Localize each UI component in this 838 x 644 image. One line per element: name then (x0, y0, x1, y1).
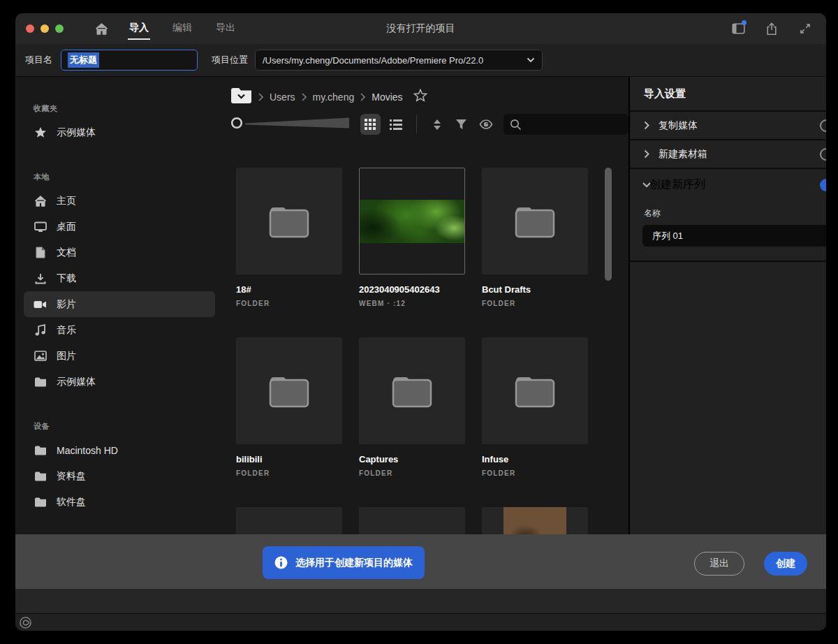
sequence-name-value: 序列 01 (652, 230, 683, 242)
favorite-star-icon[interactable] (413, 89, 427, 105)
vertical-scrollbar[interactable] (605, 168, 612, 281)
folder-icon (34, 376, 47, 387)
project-name-label: 项目名 (25, 54, 52, 66)
sidebar-item-downloads[interactable]: 下载 (24, 265, 215, 291)
photo-thumbnail (503, 507, 566, 534)
new-sequence-toggle[interactable] (820, 179, 826, 191)
eye-icon (479, 119, 493, 129)
sidebar-item-music[interactable]: 音乐 (24, 317, 215, 343)
tab-import[interactable]: 导入 (129, 19, 149, 38)
copy-media-toggle[interactable] (820, 119, 826, 132)
sidebar-item-movies[interactable]: 影片 (24, 291, 215, 317)
desktop-icon (34, 221, 47, 233)
project-name-input[interactable]: 无标题 (61, 50, 198, 71)
section-label: 新建素材箱 (659, 148, 707, 161)
breadcrumb-movies[interactable]: Movies (372, 92, 402, 103)
sidebar-item-label: 示例媒体 (57, 126, 96, 139)
sidebar-item-pictures[interactable]: 图片 (24, 343, 215, 369)
preview-eye-button[interactable] (477, 115, 494, 133)
sidebar-item-home[interactable]: 主页 (24, 188, 215, 214)
home-icon (34, 196, 47, 207)
section-label: 创建新序列 (649, 177, 705, 192)
media-item-folder[interactable]: Captures FOLDER (359, 337, 465, 479)
section-copy-media[interactable]: 复制媒体 (630, 112, 826, 140)
create-button[interactable]: 创建 (764, 552, 807, 576)
sequence-name-label: 名称 (644, 207, 826, 219)
section-new-bin[interactable]: 新建素材箱 (630, 140, 826, 169)
sidebar-item-macintosh-hd[interactable]: Macintosh HD (24, 437, 215, 463)
folder-icon (390, 372, 434, 410)
breadcrumb-users[interactable]: Users (270, 92, 295, 103)
project-location-label: 项目位置 (212, 54, 248, 66)
media-item-folder[interactable]: Bcut Drafts FOLDER (482, 168, 588, 309)
footer-bar: 选择用于创建新项目的媒体 退出 创建 (15, 534, 826, 589)
sidebar-item-data-disk[interactable]: 资料盘 (24, 463, 215, 489)
filter-button[interactable] (453, 115, 470, 133)
media-item-folder[interactable] (359, 507, 465, 534)
new-bin-toggle[interactable] (820, 148, 826, 161)
chevron-right-icon (302, 93, 307, 101)
sidebar-item-sample-media-favorite[interactable]: 示例媒体 (24, 119, 215, 145)
folder-icon (513, 203, 557, 240)
sidebar-item-label: Macintosh HD (57, 445, 118, 456)
tab-edit[interactable]: 编辑 (172, 19, 192, 38)
exit-button[interactable]: 退出 (694, 552, 744, 576)
media-item-type: FOLDER (482, 469, 588, 477)
sequence-name-input[interactable]: 序列 01 (642, 225, 826, 247)
sort-icon (432, 119, 443, 131)
tab-import-label: 导入 (129, 22, 149, 33)
media-item-name: 2023040905402643 (359, 284, 465, 295)
sidebar-item-software-disk[interactable]: 软件盘 (24, 489, 215, 515)
media-item-video[interactable]: 2023040905402643 WEBM · :12 (359, 168, 465, 309)
traffic-lights (26, 24, 64, 33)
media-item-type: WEBM · :12 (359, 300, 465, 307)
video-camera-icon (34, 300, 47, 309)
hint-badge: 选择用于创建新项目的媒体 (263, 546, 425, 579)
tab-export[interactable]: 导出 (216, 19, 235, 38)
search-input[interactable] (503, 114, 628, 135)
sidebar-item-label: 软件盘 (57, 496, 86, 508)
close-window-button[interactable] (26, 24, 34, 33)
share-icon[interactable] (765, 22, 779, 35)
breadcrumb-user[interactable]: my.cheng (313, 92, 355, 103)
media-item-photo[interactable] (482, 507, 588, 534)
project-bar: 项目名 无标题 项目位置 /Users/my.cheng/Documents/A… (15, 44, 826, 77)
video-thumbnail (360, 200, 464, 243)
app-window: 导入 编辑 导出 没有打开的项目 项目名 无标题 项目位置 /Users/my.… (15, 13, 826, 631)
media-item-folder[interactable] (236, 507, 342, 534)
file-browser: Users my.cheng Movies (223, 77, 628, 534)
list-view-button[interactable] (386, 114, 406, 135)
home-icon[interactable] (95, 23, 108, 35)
sidebar-item-sample-media[interactable]: 示例媒体 (24, 369, 215, 395)
sidebar: 收藏夹 示例媒体 本地 主页 桌面 文档 下载 (15, 77, 223, 534)
media-item-name: bilibili (236, 454, 342, 464)
folder-icon (513, 372, 557, 410)
media-item-name: 18# (236, 284, 342, 295)
media-item-folder[interactable]: Infuse FOLDER (482, 337, 588, 479)
tab-export-label: 导出 (216, 22, 235, 33)
sidebar-item-desktop[interactable]: 桌面 (24, 214, 215, 240)
fullscreen-window-button[interactable] (55, 24, 64, 33)
sidebar-item-documents[interactable]: 文档 (24, 240, 215, 265)
media-item-folder[interactable]: bilibili FOLDER (236, 337, 342, 479)
thumbnail-size-slider[interactable] (230, 117, 355, 132)
section-new-sequence-header[interactable]: 创建新序列 (630, 169, 826, 200)
project-location-select[interactable]: /Users/my.cheng/Documents/Adobe/Premiere… (255, 50, 543, 71)
tab-edit-label: 编辑 (172, 22, 192, 33)
grid-view-button[interactable] (360, 114, 381, 135)
sort-button[interactable] (428, 115, 446, 133)
filter-icon (455, 119, 467, 130)
minimize-window-button[interactable] (41, 24, 49, 33)
search-icon (510, 119, 522, 131)
notification-dot (742, 20, 747, 25)
media-item-folder[interactable]: 18# FOLDER (236, 168, 342, 309)
workspace-icon[interactable] (731, 22, 745, 35)
chevron-down-icon (527, 57, 535, 63)
sidebar-section-local: 本地 (24, 172, 215, 182)
folder-icon (34, 497, 47, 507)
sidebar-section-devices: 设备 (24, 421, 215, 432)
folder-dropdown-icon[interactable] (230, 87, 252, 107)
sidebar-item-label: 文档 (57, 247, 76, 259)
expand-icon[interactable] (798, 22, 812, 35)
media-item-type: FOLDER (236, 469, 342, 477)
